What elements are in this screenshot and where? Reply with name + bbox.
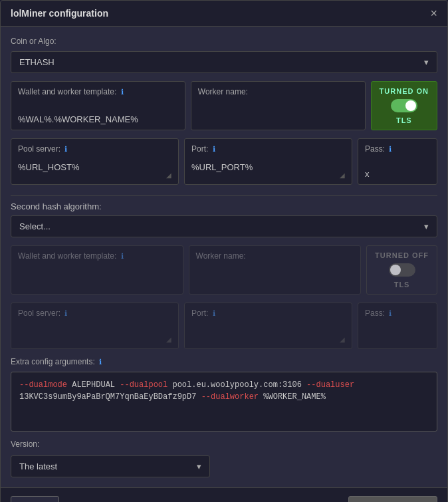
port-resize: ◢ [191, 172, 345, 179]
cmd-val-dualpool: pool.eu.woolypooly.com:3106 [172, 380, 306, 390]
secondary-pool-label: Pool server: ℹ [18, 309, 171, 318]
secondary-worker-box[interactable]: Worker name: [189, 245, 362, 295]
pass-info-icon[interactable]: ℹ [389, 145, 392, 153]
primary-port-value: %URL_PORT% [191, 162, 345, 172]
close-button[interactable]: × [430, 7, 437, 19]
cmd-kw-dualpool: --dualpool [120, 380, 168, 390]
cmd-kw-dualmode: --dualmode [19, 380, 67, 390]
modal-window: lolMiner configuration × Coin or Algo: E… [0, 0, 448, 502]
secondary-worker-label: Worker name: [196, 251, 354, 261]
coin-algo-label: Coin or Algo: [11, 37, 437, 46]
secondary-port-info-icon[interactable]: ℹ [213, 309, 215, 317]
primary-pool-box[interactable]: Pool server: ℹ %URL_HOST% ◢ [11, 138, 179, 185]
wallet-template-label: Wallet and worker template: ℹ [18, 87, 178, 96]
cmd-kw-dualuser: --dualuser [306, 380, 354, 390]
primary-pass-label: Pass: ℹ [365, 144, 430, 154]
version-chevron: ▾ [197, 461, 201, 471]
secondary-port-resize: ◢ [191, 336, 345, 343]
secondary-wallet-label: Wallet and worker template: ℹ [18, 251, 176, 261]
secondary-pool-info-icon[interactable]: ℹ [64, 309, 67, 317]
secondary-wallet-box[interactable]: Wallet and worker template: ℹ [11, 245, 183, 295]
primary-pool-value: %URL_HOST% [18, 162, 171, 172]
secondary-tls-box[interactable]: TURNED OFF TLS [366, 245, 437, 295]
primary-worker-box[interactable]: Worker name: [191, 81, 366, 130]
cmd-val-dualmode: ALEPHDUAL [72, 380, 120, 390]
primary-tls-toggle[interactable] [391, 99, 417, 112]
secondary-pool-row: Pool server: ℹ ◢ Port: ℹ ◢ Pass: ℹ [11, 303, 437, 349]
wallet-template-value: %WAL%.%WORKER_NAME% [18, 114, 178, 124]
cmd-val-dualworker: %WORKER_NAME% [263, 392, 326, 402]
pool-info-icon[interactable]: ℹ [64, 145, 67, 153]
coin-algo-chevron: ▾ [424, 57, 429, 67]
primary-pass-box[interactable]: Pass: ℹ x [358, 138, 437, 185]
version-select[interactable]: The latest ▾ [11, 455, 210, 477]
primary-tls-box[interactable]: TURNED ON TLS [371, 81, 437, 130]
primary-wallet-row: Wallet and worker template: ℹ %WAL%.%WOR… [11, 81, 437, 130]
version-label: Version: [11, 439, 210, 449]
coin-algo-group: Coin or Algo: ETHASH ▾ [11, 37, 437, 73]
cmd-kw-dualworker: --dualworker [201, 392, 259, 402]
coin-algo-value: ETHASH [19, 57, 55, 67]
primary-worker-label: Worker name: [198, 87, 358, 96]
primary-tls-label: TLS [396, 116, 412, 124]
extra-config-textarea[interactable]: --dualmode ALEPHDUAL --dualpool pool.eu.… [11, 372, 437, 432]
primary-pool-row: Pool server: ℹ %URL_HOST% ◢ Port: ℹ %URL… [11, 138, 437, 185]
secondary-port-label: Port: ℹ [191, 309, 345, 318]
extra-config-section: Extra config arguments: ℹ --dualmode ALE… [11, 357, 437, 432]
second-algo-label: Second hash algorithm: [11, 201, 437, 211]
port-info-icon[interactable]: ℹ [213, 145, 215, 153]
modal-footer: Clear Cancel Apply Changes [1, 487, 447, 502]
cancel-button[interactable]: Cancel [289, 497, 342, 502]
pool-resize: ◢ [18, 172, 171, 179]
modal-header: lolMiner configuration × [1, 1, 447, 27]
secondary-pool-box[interactable]: Pool server: ℹ ◢ [11, 303, 179, 349]
extra-config-label: Extra config arguments: ℹ [11, 357, 437, 366]
primary-tls-status: TURNED ON [380, 87, 429, 95]
secondary-tls-label: TLS [394, 281, 410, 289]
secondary-wallet-info-icon[interactable]: ℹ [121, 252, 124, 260]
modal-title: lolMiner configuration [11, 8, 108, 19]
apply-changes-button[interactable]: Apply Changes [348, 496, 437, 502]
coin-algo-select[interactable]: ETHASH ▾ [11, 51, 437, 73]
secondary-pass-info-icon[interactable]: ℹ [389, 309, 392, 317]
primary-pool-label: Pool server: ℹ [18, 144, 171, 154]
secondary-tls-status: TURNED OFF [375, 251, 429, 259]
secondary-tls-knob [390, 265, 401, 275]
primary-tls-knob [405, 100, 416, 111]
clear-button[interactable]: Clear [11, 496, 59, 502]
second-algo-placeholder: Select... [19, 221, 51, 231]
wallet-info-icon[interactable]: ℹ [121, 88, 124, 96]
extra-config-info-icon[interactable]: ℹ [99, 358, 102, 366]
second-algo-group: Second hash algorithm: Select... ▾ [11, 195, 437, 237]
modal-body: Coin or Algo: ETHASH ▾ Wallet and worker… [1, 27, 447, 487]
second-algo-select[interactable]: Select... ▾ [11, 215, 437, 237]
footer-right: Cancel Apply Changes [289, 496, 437, 502]
cmd-val-dualuser: 13KVC3s9umBy9aPaBrQM7YqnBaEyBDafz9pD7 [19, 392, 201, 402]
secondary-wallet-row: Wallet and worker template: ℹ Worker nam… [11, 245, 437, 295]
version-value: The latest [19, 461, 57, 471]
second-algo-chevron: ▾ [424, 221, 429, 231]
primary-pass-value: x [365, 169, 430, 179]
secondary-pass-box[interactable]: Pass: ℹ [358, 303, 437, 349]
secondary-port-box[interactable]: Port: ℹ ◢ [184, 303, 352, 349]
primary-port-box[interactable]: Port: ℹ %URL_PORT% ◢ [184, 138, 352, 185]
primary-port-label: Port: ℹ [191, 144, 345, 154]
secondary-pool-resize: ◢ [18, 336, 171, 343]
secondary-pass-label: Pass: ℹ [365, 309, 430, 318]
wallet-template-box[interactable]: Wallet and worker template: ℹ %WAL%.%WOR… [11, 81, 185, 130]
version-section: Version: The latest ▾ [11, 439, 210, 477]
secondary-tls-toggle[interactable] [389, 263, 415, 277]
